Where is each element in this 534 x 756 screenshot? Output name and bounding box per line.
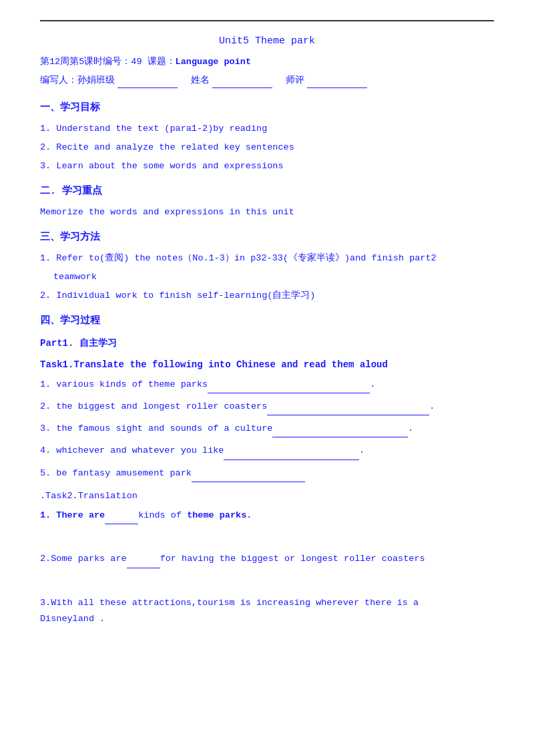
section1-item3: 3. Learn about the some words and expres… [40,159,494,174]
section2-item1: Memorize the words and expressions in th… [40,205,494,220]
task1-heading: Task1.Translate the following into Chine… [40,357,494,372]
subtitle-bold: Language point [176,57,251,67]
task1-item2: 2. the biggest and longest roller coaste… [40,399,494,415]
main-title: Unit5 Theme park [40,33,494,49]
section4-heading: 四、学习过程 [40,313,494,329]
sentence3: 3.With all these attractions,tourism is … [40,579,494,628]
author-field[interactable] [117,73,178,89]
task1-item4: 4. whichever and whatever you like . [40,443,494,459]
sentence1-there-are: 1. There are [40,510,105,520]
section1-item2: 2. Recite and analyze the related key se… [40,140,494,156]
section3-item2: 2. Individual work to finish self-learni… [40,289,494,304]
task1-item5: 5. be fantasy amusement park [40,465,494,482]
meta-line: 编写人：孙娟班级 姓名 师评 [40,73,494,89]
subtitle-prefix: 第12周第5课时编号：49 课题： [40,57,176,67]
task1-item1: 1. various kinds of theme parks . [40,377,494,393]
rating-label: 师评 [286,75,304,85]
part1-label: Part1. 自主学习 [40,336,494,351]
sentence3-continuation: Disneyland . [40,614,105,624]
task2-label: .Task2.Translation [40,489,494,504]
section1-heading: 一、学习目标 [40,100,494,116]
subtitle-line: 第12周第5课时编号：49 课题：Language point [40,55,494,69]
name-label: 姓名 [191,75,210,85]
top-divider [40,20,494,21]
section3-item1: 1. Refer to(查阅) the notes（No.1-3）in p32-… [40,251,494,266]
sentence1-theme-parks: theme parks. [187,510,252,520]
section3-heading: 三、学习方法 [40,230,494,246]
rating-field[interactable] [307,73,367,89]
sentence1: 1. There are kinds of theme parks. [40,508,494,524]
task1-item3: 3. the famous sight and sounds of a cult… [40,421,494,437]
section2-heading: 二. 学习重点 [40,184,494,200]
sentence2: 2.Some parks are for having the biggest … [40,535,494,568]
name-field[interactable] [212,73,272,89]
section3-teamwork: teamwork [53,270,494,285]
author-label: 编写人：孙娟班级 [40,75,115,85]
section1-item1: 1. Understand the text (para1-2)by readi… [40,122,494,137]
